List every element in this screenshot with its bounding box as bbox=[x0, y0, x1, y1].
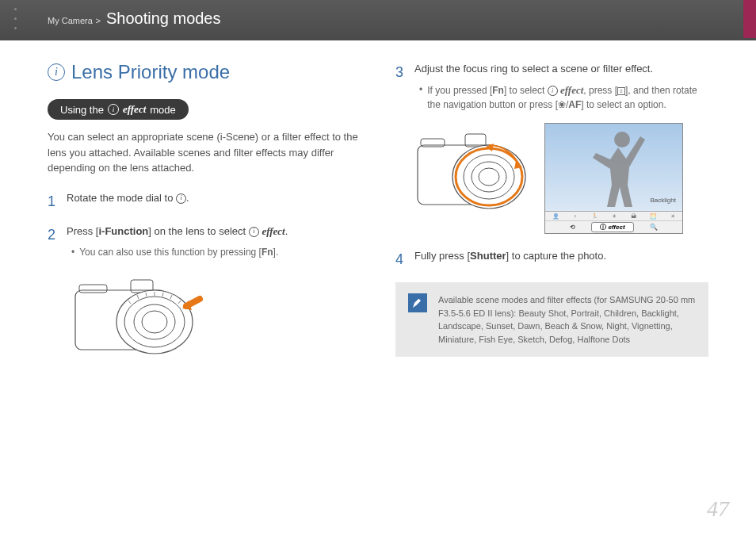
svg-point-3 bbox=[116, 290, 193, 354]
left-arrow-icon: ⟲ bbox=[570, 224, 575, 231]
note-box: Available scene modes and filter effects… bbox=[395, 282, 708, 357]
child-silhouette bbox=[586, 128, 658, 211]
step-number: 3 bbox=[395, 61, 407, 112]
intro-text: You can select an appropriate scene (i-S… bbox=[48, 129, 361, 176]
step-3: 3 Adjust the focus ring to select a scen… bbox=[395, 61, 708, 112]
step-content: Adjust the focus ring to select a scene … bbox=[414, 61, 708, 112]
step3-bullet: If you pressed [Fn] to select i effect, … bbox=[419, 82, 708, 113]
page-number: 47 bbox=[707, 496, 729, 522]
b3b: ] to select bbox=[504, 85, 548, 96]
fn-label: Fn bbox=[262, 247, 273, 258]
step-number: 2 bbox=[48, 224, 59, 259]
step-1: 1 Rotate the mode dial to i. bbox=[48, 190, 361, 213]
effect-btn-label: effect bbox=[608, 224, 624, 231]
step-content: Press [i-Function] on the lens to select… bbox=[67, 224, 361, 259]
info-icon-inline: i bbox=[548, 86, 558, 96]
scene-icon: 👤 bbox=[552, 213, 559, 220]
content-area: i Lens Priority mode Using the i effect … bbox=[0, 40, 756, 381]
step-number: 4 bbox=[395, 248, 407, 271]
pen-icon bbox=[408, 293, 427, 312]
step4-c: ] to capture the photo. bbox=[506, 250, 606, 262]
backlight-label: Backlight bbox=[651, 197, 676, 204]
breadcrumb-parent: My Camera bbox=[48, 16, 93, 25]
page-heading: i Lens Priority mode bbox=[48, 61, 361, 83]
camera-illustration-1 bbox=[63, 270, 222, 373]
effect-bar: 👤 ♀ 🏃 ☀ 🏔 🌅 ☀ ⟲ ⓘeffect 🔍 bbox=[545, 211, 682, 233]
pill-using: Using the bbox=[60, 104, 104, 116]
breadcrumb-separator: > bbox=[95, 16, 102, 25]
breadcrumb-current: Shooting modes bbox=[106, 10, 221, 27]
bullet-a: You can also use this function by pressi… bbox=[79, 247, 262, 258]
step2-c: ] on the lens to select bbox=[148, 225, 248, 237]
page-header: My Camera > Shooting modes bbox=[0, 0, 756, 40]
accent-bar bbox=[743, 0, 756, 38]
effect-button: ⓘeffect bbox=[591, 222, 633, 232]
scene-icon: ♀ bbox=[573, 213, 577, 219]
pill-mode: mode bbox=[150, 104, 176, 116]
step4-b: Shutter bbox=[470, 250, 506, 262]
info-icon-small: i bbox=[108, 104, 119, 115]
heading-text: Lens Priority mode bbox=[71, 61, 230, 83]
step-4: 4 Fully press [Shutter] to capture the p… bbox=[395, 248, 708, 271]
left-column: i Lens Priority mode Using the i effect … bbox=[48, 61, 361, 381]
scene-icon: 🏔 bbox=[631, 213, 636, 219]
dot-decoration bbox=[14, 8, 17, 29]
step3-images: Backlight 👤 ♀ 🏃 ☀ 🏔 🌅 ☀ ⟲ ⓘeffe bbox=[411, 123, 708, 234]
step4-a: Fully press [ bbox=[414, 250, 470, 262]
scene-icon: ☀ bbox=[612, 213, 617, 220]
step-number: 1 bbox=[48, 190, 59, 213]
menu-icon: ≡ bbox=[617, 87, 625, 95]
step2-bullet: You can also use this function by pressi… bbox=[71, 245, 361, 259]
camera-illustration-2 bbox=[411, 123, 538, 234]
info-icon-inline: i bbox=[176, 193, 186, 204]
mode-pill: Using the i effect mode bbox=[48, 99, 189, 120]
b3e: ] to select an option. bbox=[581, 99, 666, 110]
b3effect: effect bbox=[560, 84, 583, 96]
step-2: 2 Press [i-Function] on the lens to sele… bbox=[48, 224, 361, 259]
scene-icon: 🏃 bbox=[591, 213, 598, 220]
step-content: Rotate the mode dial to i. bbox=[67, 190, 361, 213]
svg-rect-1 bbox=[79, 285, 107, 293]
magnify-icon: 🔍 bbox=[650, 224, 658, 231]
b3a: If you pressed [ bbox=[427, 85, 492, 96]
right-column: 3 Adjust the focus ring to select a scen… bbox=[395, 61, 708, 381]
step2-a: Press [ bbox=[67, 225, 98, 237]
step2-effect: effect bbox=[262, 225, 284, 237]
info-icon-inline: i bbox=[249, 227, 259, 237]
b3c: , press [ bbox=[583, 85, 617, 96]
step3-text: Adjust the focus ring to select a scene … bbox=[414, 63, 653, 75]
macro-af-icon: ❀/AF bbox=[558, 99, 581, 110]
step1-text: Rotate the mode dial to bbox=[67, 192, 176, 204]
scene-icon: 🌅 bbox=[650, 213, 657, 220]
screen-preview: Backlight 👤 ♀ 🏃 ☀ 🏔 🌅 ☀ ⟲ ⓘeffe bbox=[544, 123, 683, 234]
step-content: Fully press [Shutter] to capture the pho… bbox=[414, 248, 708, 271]
pill-effect: effect bbox=[123, 103, 146, 116]
scene-icons-row: 👤 ♀ 🏃 ☀ 🏔 🌅 ☀ bbox=[545, 212, 682, 221]
scene-icon: ☀ bbox=[670, 213, 675, 220]
info-icon: i bbox=[48, 63, 65, 81]
note-text: Available scene modes and filter effects… bbox=[438, 293, 696, 346]
fn-label: Fn bbox=[492, 85, 504, 96]
step2-b: i-Function bbox=[98, 225, 148, 237]
effect-bar-bottom: ⟲ ⓘeffect 🔍 bbox=[545, 221, 682, 233]
